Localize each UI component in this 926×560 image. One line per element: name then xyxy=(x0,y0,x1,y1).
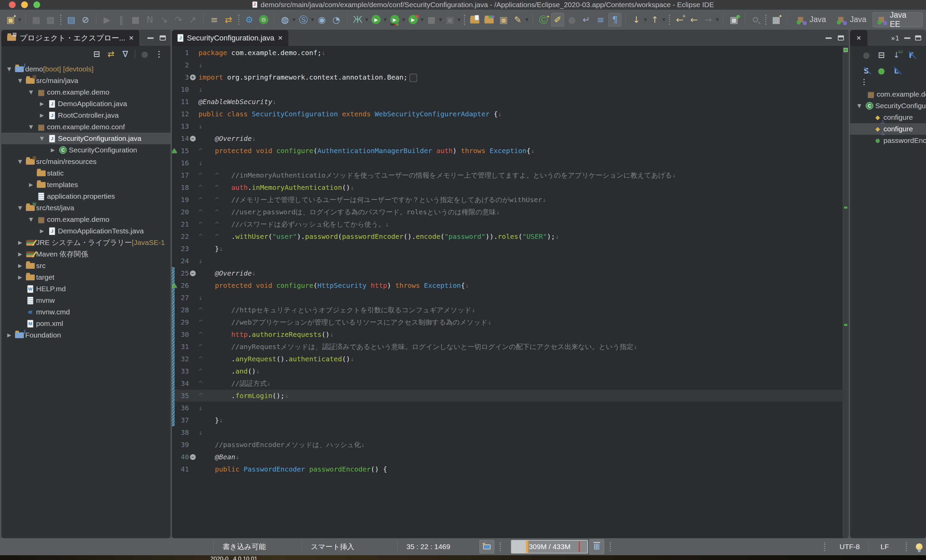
open-type-button[interactable] xyxy=(483,13,496,27)
zoom-window-button[interactable] xyxy=(33,2,40,8)
step-return-button[interactable]: ↗ xyxy=(186,13,199,27)
detach-run-button[interactable]: ▣ xyxy=(443,13,457,27)
collapse-arrow-icon[interactable]: ▼ xyxy=(27,89,35,95)
spring-starter-button[interactable]: ◍ xyxy=(278,13,291,27)
code-text[interactable]: public class SecurityConfiguration exten… xyxy=(197,108,843,120)
code-text[interactable]: @EnableWebSecurity↓ xyxy=(197,96,843,108)
code-text[interactable]: ^ ^ .withUser("user").password(passwordE… xyxy=(197,230,843,243)
overview-annotation-mark[interactable] xyxy=(844,324,847,326)
tree-item-mvnw-cmd[interactable]: «mvnw.cmd xyxy=(2,306,171,318)
disconnect-button[interactable]: N xyxy=(143,13,156,27)
marker-pen-button[interactable]: ✎ xyxy=(511,13,524,27)
code-text[interactable]: }↓ xyxy=(197,243,843,255)
forward-button[interactable]: → xyxy=(702,13,715,27)
encoding-status[interactable]: UTF-8 xyxy=(831,543,869,551)
tree-item-com-example-demo[interactable]: ▼▦com.example.demo xyxy=(2,214,171,225)
code-text[interactable]: @Override↓ xyxy=(197,267,843,279)
code-text[interactable]: ↓ xyxy=(197,120,843,132)
outline-view-menu[interactable]: ⋮ xyxy=(850,78,926,89)
collapse-arrow-icon[interactable]: ▼ xyxy=(16,205,24,211)
tree-item-com-example-demo[interactable]: ▼▦com.example.demo xyxy=(2,86,171,98)
profile-button[interactable]: ▶▣ xyxy=(407,13,419,27)
tree-item-help-md[interactable]: WHELP.md xyxy=(2,283,171,294)
plugin-blob-button[interactable]: ● xyxy=(139,48,151,60)
code-text[interactable]: ^ .and()↓ xyxy=(197,365,843,377)
coverage-dropdown-icon[interactable]: ▼ xyxy=(402,17,405,22)
close-editor-tab-icon[interactable]: ✕ xyxy=(278,34,283,42)
hide-static-button[interactable]: S xyxy=(859,64,873,78)
collapse-fold-icon[interactable]: − xyxy=(190,136,196,142)
overview-ruler[interactable] xyxy=(843,47,849,538)
step-into-button[interactable]: ↘ xyxy=(157,13,171,27)
tree-item-com-example-demo-conf[interactable]: ▼▦com.example.demo.conf xyxy=(2,121,171,133)
tree-item-securityconfiguration[interactable]: ▶CSecurityConfiguration xyxy=(2,144,171,156)
coverage-button[interactable]: ▶ xyxy=(388,13,401,27)
collapse-arrow-icon[interactable]: ▼ xyxy=(5,66,14,72)
mark-occurrences-button[interactable]: ✐ xyxy=(551,13,564,27)
code-text[interactable]: ^ .anyRequest().authenticated()↓ xyxy=(197,353,843,365)
run-button[interactable]: ▶ xyxy=(370,13,383,27)
filter-button[interactable]: ∇ xyxy=(119,48,132,60)
spring-tools-button[interactable]: Ⓢ xyxy=(297,13,310,27)
tree-item-src-main-java[interactable]: ▼▦src/main/java xyxy=(2,75,171,86)
collapse-all-button[interactable]: ⊟ xyxy=(875,48,888,62)
step-over-button[interactable]: ↷ xyxy=(172,13,185,27)
open-perspective-button[interactable]: ▦✦ xyxy=(770,13,783,27)
hide-non-public-button[interactable]: ● xyxy=(875,64,888,78)
perspective-java-ee-button[interactable]: ▦Java EE xyxy=(873,12,923,27)
collapse-arrow-icon[interactable]: ▼ xyxy=(27,124,35,130)
collapse-arrow-icon[interactable]: ▼ xyxy=(855,103,864,109)
detach-run-dropdown-icon[interactable]: ▼ xyxy=(458,17,461,22)
tree-item-pom-xml[interactable]: Mpom.xml xyxy=(2,318,171,329)
code-text[interactable]: ↓ xyxy=(197,426,843,439)
tree-item-static[interactable]: static xyxy=(2,168,171,179)
expand-arrow-icon[interactable]: ▶ xyxy=(16,251,24,257)
last-edit-location-button[interactable]: ←✳ xyxy=(673,13,686,27)
profile-dropdown-icon[interactable]: ▼ xyxy=(421,17,424,22)
sort-down-button[interactable]: ↓ xyxy=(630,13,643,27)
save-button[interactable]: ▦ xyxy=(30,13,42,27)
tree-item-maven-[interactable]: ▶Maven 依存関係 xyxy=(2,248,171,260)
expand-arrow-icon[interactable]: ▶ xyxy=(38,112,46,118)
expand-arrow-icon[interactable]: ▶ xyxy=(5,332,14,338)
code-text[interactable]: ^ //anyRequestメソッドは、認証済みであるという意味。ログインしない… xyxy=(197,341,843,353)
spring-tools-dropdown-icon[interactable]: ▼ xyxy=(311,17,314,22)
collapsed-region-icon[interactable] xyxy=(410,74,417,82)
skip-breakpoints-button[interactable]: ⊘ xyxy=(79,13,92,27)
hide-fields-button[interactable]: F xyxy=(905,48,918,62)
maximize-editor-icon[interactable] xyxy=(838,35,844,41)
outline-item-configure[interactable]: ◆△configure xyxy=(850,123,926,135)
sort-az-button[interactable]: ↓az xyxy=(890,48,903,62)
outline-item-configure[interactable]: ◆△configure xyxy=(850,112,926,123)
maximize-outline-icon[interactable] xyxy=(915,35,921,41)
expand-arrow-icon[interactable]: ▶ xyxy=(16,263,24,269)
console-output-button[interactable]: ≡ xyxy=(208,13,221,27)
expand-arrow-icon[interactable]: ▶ xyxy=(48,147,57,153)
tree-item-jre-[interactable]: ▶JRE システム・ライブラリー [JavaSE-1 xyxy=(2,237,171,248)
code-text[interactable]: ^ ^ //パスワードは必ずハッシュ化をしてから使う。↓ xyxy=(197,218,843,230)
terminate-button[interactable]: ■ xyxy=(129,13,142,27)
search-button[interactable] xyxy=(749,13,762,27)
tab-security-configuration[interactable]: J SecurityConfiguration.java ✕ xyxy=(172,30,288,46)
plugin-blob-button[interactable]: ● xyxy=(566,13,578,27)
line-ending-status[interactable]: LF xyxy=(869,543,900,551)
sort-up-button[interactable]: ↑ xyxy=(648,13,661,27)
collapse-arrow-icon[interactable]: ▼ xyxy=(27,216,35,222)
code-text[interactable]: ^ http.authorizeRequests()↓ xyxy=(197,328,843,341)
override-indicator-icon[interactable] xyxy=(172,149,177,153)
collapse-arrow-icon[interactable]: ▼ xyxy=(16,78,24,84)
tree-item-rootcontroller-java[interactable]: ▶JRootController.java xyxy=(2,110,171,121)
tab-outline[interactable]: ✕ xyxy=(850,30,867,46)
code-text[interactable]: }↓ xyxy=(197,414,843,426)
outline-item-securityconfiguration[interactable]: ▼CSecurityConfiguration xyxy=(850,100,926,112)
expand-arrow-icon[interactable]: ▶ xyxy=(16,240,24,246)
code-text[interactable]: ^ ^ //inMemoryAuthenticatioメソッドを使ってユーザーの… xyxy=(197,169,843,181)
open-console-button[interactable]: ▤ xyxy=(65,13,78,27)
code-text[interactable]: ^ ^ //userとpasswordは、ログインする為のパスワード。roles… xyxy=(197,206,843,218)
spring-guides-button[interactable]: ◉ xyxy=(316,13,328,27)
stop-run-dropdown-icon[interactable]: ▼ xyxy=(439,17,442,22)
forward-dropdown-icon[interactable]: ▼ xyxy=(716,17,719,22)
resume-button[interactable]: ▶ xyxy=(100,13,113,27)
tree-item-demo[interactable]: ▼Jdemo [boot] [devtools] xyxy=(2,63,171,75)
expand-arrow-icon[interactable]: ▶ xyxy=(27,182,35,188)
